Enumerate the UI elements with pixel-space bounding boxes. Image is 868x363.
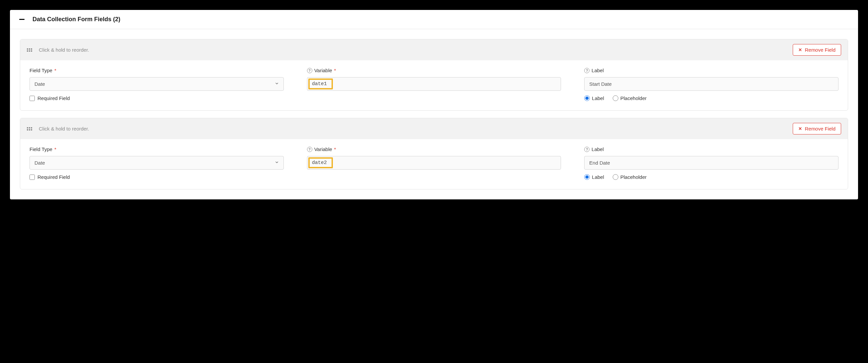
field-type-label: Field Type bbox=[30, 146, 52, 152]
required-star: * bbox=[334, 146, 336, 152]
field-type-column: Field Type * Required Field bbox=[30, 68, 284, 101]
help-icon[interactable]: ? bbox=[584, 68, 589, 73]
label-label: Label bbox=[591, 146, 604, 152]
variable-label-row: ? Variable * bbox=[307, 68, 561, 73]
field-type-select[interactable] bbox=[30, 77, 284, 91]
field-type-label-row: Field Type * bbox=[30, 146, 284, 152]
radio-placeholder[interactable] bbox=[613, 95, 618, 101]
label-label-row: ? Label bbox=[584, 68, 838, 73]
drag-handle-icon bbox=[27, 127, 32, 131]
help-icon[interactable]: ? bbox=[584, 147, 589, 152]
drag-hint-text: Click & hold to reorder. bbox=[39, 47, 89, 53]
required-field-label: Required Field bbox=[37, 95, 70, 101]
required-star: * bbox=[334, 68, 336, 73]
field-body: Field Type * Required Field bbox=[20, 60, 848, 110]
required-star: * bbox=[54, 146, 56, 152]
label-column: ? Label Label Placeholder bbox=[584, 68, 838, 101]
radio-placeholder-option[interactable]: Placeholder bbox=[613, 174, 647, 180]
required-field-checkbox[interactable] bbox=[30, 174, 35, 180]
form-fields-panel: Data Collection Form Fields (2) Click & … bbox=[10, 10, 858, 199]
variable-input-wrap bbox=[307, 77, 561, 91]
label-label-row: ? Label bbox=[584, 146, 838, 152]
radio-label-text: Label bbox=[592, 174, 604, 180]
field-type-column: Field Type * Required Field bbox=[30, 146, 284, 180]
required-field-label: Required Field bbox=[37, 174, 70, 180]
radio-label-text: Label bbox=[592, 95, 604, 101]
radio-placeholder-text: Placeholder bbox=[620, 174, 647, 180]
drag-handle-icon bbox=[27, 48, 32, 52]
variable-input[interactable] bbox=[307, 156, 561, 170]
variable-input[interactable] bbox=[307, 77, 561, 91]
help-icon[interactable]: ? bbox=[307, 147, 312, 152]
remove-field-button[interactable]: ✕ Remove Field bbox=[793, 123, 841, 134]
field-card: Click & hold to reorder. ✕ Remove Field … bbox=[20, 39, 848, 111]
radio-label-option[interactable]: Label bbox=[584, 174, 604, 180]
radio-placeholder[interactable] bbox=[613, 174, 618, 180]
field-type-label: Field Type bbox=[30, 68, 52, 73]
required-star: * bbox=[54, 68, 56, 73]
field-card: Click & hold to reorder. ✕ Remove Field … bbox=[20, 118, 848, 190]
display-mode-radios: Label Placeholder bbox=[584, 174, 838, 180]
close-icon: ✕ bbox=[798, 47, 802, 52]
radio-placeholder-text: Placeholder bbox=[620, 95, 647, 101]
field-type-select-wrap bbox=[30, 156, 284, 170]
required-field-checkbox-row[interactable]: Required Field bbox=[30, 95, 284, 101]
remove-field-button[interactable]: ✕ Remove Field bbox=[793, 44, 841, 56]
section-header[interactable]: Data Collection Form Fields (2) bbox=[10, 10, 858, 29]
field-type-label-row: Field Type * bbox=[30, 68, 284, 73]
variable-label-row: ? Variable * bbox=[307, 146, 561, 152]
drag-area[interactable]: Click & hold to reorder. bbox=[27, 126, 89, 131]
variable-column: ? Variable * bbox=[307, 146, 561, 180]
radio-placeholder-option[interactable]: Placeholder bbox=[613, 95, 647, 101]
label-column: ? Label Label Placeholder bbox=[584, 146, 838, 180]
field-header: Click & hold to reorder. ✕ Remove Field bbox=[20, 118, 848, 139]
radio-label-option[interactable]: Label bbox=[584, 95, 604, 101]
field-header: Click & hold to reorder. ✕ Remove Field bbox=[20, 39, 848, 60]
drag-area[interactable]: Click & hold to reorder. bbox=[27, 47, 89, 53]
required-field-checkbox[interactable] bbox=[30, 96, 35, 101]
drag-hint-text: Click & hold to reorder. bbox=[39, 126, 89, 131]
remove-field-label: Remove Field bbox=[805, 126, 836, 131]
collapse-icon bbox=[19, 19, 25, 20]
label-label: Label bbox=[591, 68, 604, 73]
section-title: Data Collection Form Fields (2) bbox=[32, 16, 120, 23]
radio-label[interactable] bbox=[584, 174, 590, 180]
variable-column: ? Variable * bbox=[307, 68, 561, 101]
help-icon[interactable]: ? bbox=[307, 68, 312, 73]
fields-container: Click & hold to reorder. ✕ Remove Field … bbox=[10, 29, 858, 199]
variable-label: Variable bbox=[314, 68, 332, 73]
variable-label: Variable bbox=[314, 146, 332, 152]
close-icon: ✕ bbox=[798, 126, 802, 131]
remove-field-label: Remove Field bbox=[805, 47, 836, 53]
field-body: Field Type * Required Field bbox=[20, 139, 848, 189]
display-mode-radios: Label Placeholder bbox=[584, 95, 838, 101]
required-field-checkbox-row[interactable]: Required Field bbox=[30, 174, 284, 180]
label-input[interactable] bbox=[584, 156, 838, 170]
field-type-select[interactable] bbox=[30, 156, 284, 170]
field-type-select-wrap bbox=[30, 77, 284, 91]
label-input[interactable] bbox=[584, 77, 838, 91]
variable-input-wrap bbox=[307, 156, 561, 170]
radio-label[interactable] bbox=[584, 95, 590, 101]
